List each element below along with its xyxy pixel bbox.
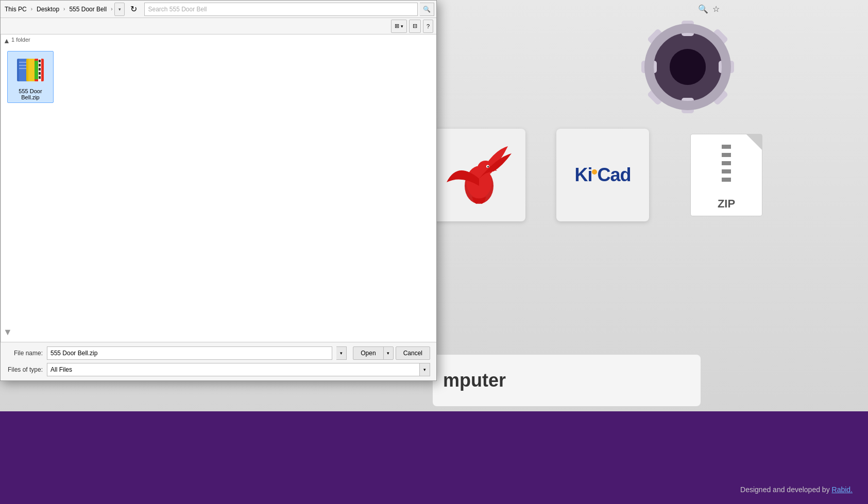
open-dropdown-arrow[interactable]: ▾ [384,347,393,359]
filename-dropdown-btn[interactable]: ▾ [336,346,347,360]
zip-doc-icon: ZIP [690,134,762,216]
view-toggle-btn[interactable]: ⊞ ▾ [391,20,407,33]
search-icon[interactable]: 🔍 [698,4,708,14]
file-item-zip[interactable]: 555 Door Bell.zip [7,51,54,103]
zip-file-icon [14,54,47,86]
winrar-zip-icon [16,56,45,84]
gear-icon [636,15,739,118]
kicad-logo: KiCad [574,164,631,186]
refresh-btn[interactable]: ↻ [127,3,140,16]
cancel-button[interactable]: Cancel [396,346,430,360]
search-btn[interactable]: 🔍 [420,3,434,16]
zip-stripe [722,145,731,186]
breadcrumb-555-door-bell[interactable]: 555 Door Bell [67,5,109,14]
breadcrumb-sep-1: › [31,6,32,12]
scroll-down-hint[interactable]: ▼ [3,327,12,338]
filetype-row: Files of type: All Files ▾ [7,363,430,376]
file-item-label: 555 Door Bell.zip [10,88,51,100]
svg-rect-31 [19,65,26,66]
gear-icon-container [631,10,744,124]
breadcrumb-sep-3: › [111,6,112,12]
bottom-text: mputer [443,370,506,391]
kicad-icon-box: KiCad [556,129,649,221]
file-open-dialog: This PC › Desktop › 555 Door Bell › ▾ ↻ … [0,0,437,381]
open-label[interactable]: Open [353,347,383,359]
filename-row: File name: ▾ Open ▾ Cancel [7,346,430,360]
filename-label: File name: [7,350,43,357]
svg-rect-32 [19,68,26,69]
svg-rect-26 [39,68,41,71]
breadcrumb-dropdown-btn[interactable]: ▾ [114,3,125,16]
search-placeholder: Search 555 Door Bell [148,6,207,13]
star-icon[interactable]: ☆ [712,4,720,14]
extra-view-btn[interactable]: ⊟ [409,20,421,33]
open-button[interactable]: Open ▾ [353,346,393,360]
bg-app-icons: 🔍 ☆ [694,0,724,18]
dialog-addressbar: This PC › Desktop › 555 Door Bell › ▾ ↻ … [1,1,436,18]
filetype-display: All Files [47,363,420,376]
folder-count-label: 1 folder [11,37,30,43]
dialog-bottombar: File name: ▾ Open ▾ Cancel Files of type… [1,342,436,380]
rabid-link[interactable]: Rabid. [832,485,853,494]
help-btn[interactable]: ? [423,20,433,33]
bottom-text-area: mputer [433,355,701,406]
breadcrumb-sep-2: › [63,6,65,12]
zip-icon-box-bg: ZIP [680,129,773,221]
eagle-icon [443,139,515,211]
svg-point-11 [670,49,706,85]
filetype-dropdown-btn[interactable]: ▾ [420,363,430,376]
search-icon: 🔍 [423,6,431,13]
dialog-body: ▲ 1 folder [1,34,436,342]
eagle-icon-box [433,129,525,221]
dialog-overlay: This PC › Desktop › 555 Door Bell › ▾ ↻ … [0,0,443,504]
filetype-label: Files of type: [7,366,43,373]
svg-point-17 [487,166,489,168]
svg-rect-24 [39,60,41,62]
background-icons-row: KiCad ZIP [433,129,773,221]
scroll-up-arrow[interactable]: ▲ [3,37,10,45]
breadcrumb-desktop[interactable]: Desktop [35,5,61,14]
svg-rect-30 [19,62,26,63]
svg-rect-25 [39,64,41,66]
svg-rect-28 [39,76,41,79]
filename-input[interactable] [47,346,332,360]
dialog-toolbar: ⊞ ▾ ⊟ ? [1,18,436,34]
search-box: Search 555 Door Bell [144,3,418,16]
file-grid: 555 Door Bell.zip [5,49,432,105]
breadcrumb-this-pc[interactable]: This PC [3,5,29,14]
svg-rect-27 [39,72,41,75]
dialog-content: ▲ 1 folder [1,34,436,342]
svg-rect-29 [35,61,38,79]
designed-by-text: Designed and developed by Rabid. [740,485,853,494]
zip-label: ZIP [718,197,735,211]
